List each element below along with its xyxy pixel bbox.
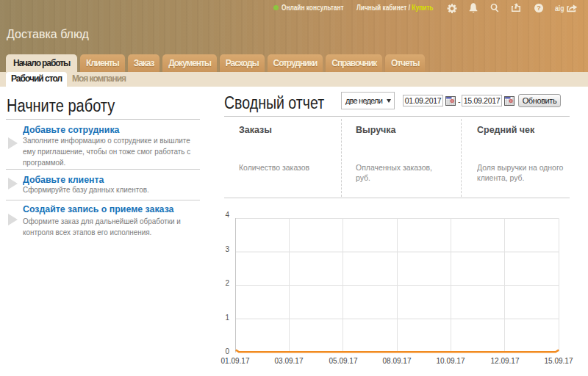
svg-text:aig: aig xyxy=(555,4,564,12)
svg-text:?: ? xyxy=(537,4,541,12)
